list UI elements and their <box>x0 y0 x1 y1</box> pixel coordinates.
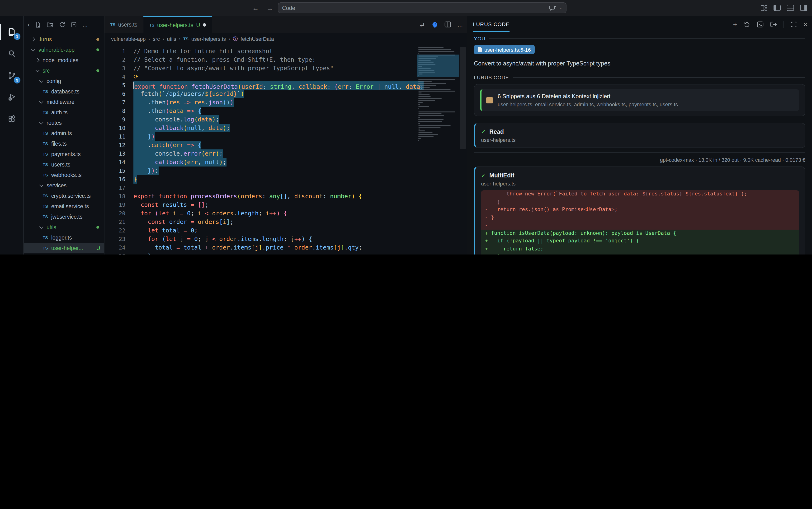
editor-tab-users.ts[interactable]: TSusers.ts <box>104 16 144 33</box>
editor-tab-user-helpers.ts[interactable]: TSuser-helpers.tsU <box>144 16 213 33</box>
close-panel-icon[interactable]: × <box>804 21 807 28</box>
open-changes-icon[interactable]: ⇄ <box>420 21 425 28</box>
read-tool-card[interactable]: ✓Read user-helpers.ts <box>474 123 805 148</box>
editor-more-actions-icon[interactable]: … <box>457 21 463 28</box>
more-actions-icon[interactable]: … <box>83 22 88 27</box>
code-line[interactable]: 20 for (let i = 0; i < orders.length; i+… <box>104 209 417 218</box>
new-folder-icon[interactable] <box>47 21 54 28</box>
toggle-secondary-sidebar-icon[interactable] <box>800 5 807 11</box>
code-viewport[interactable]: 1// Demo file for Inline Edit screenshot… <box>104 45 467 254</box>
tree-item-utils[interactable]: utils <box>24 222 104 232</box>
tree-item-config[interactable]: config <box>24 76 104 86</box>
extensions-view-icon[interactable] <box>0 108 23 130</box>
multiedit-file: user-helpers.ts <box>481 181 799 186</box>
tree-item-user-helper-[interactable]: TSuser-helper...U <box>24 243 104 253</box>
lurus-logo-icon[interactable] <box>431 21 438 28</box>
code-line[interactable]: 14 callback(err, null); <box>104 158 417 167</box>
ts-file-icon: TS <box>43 131 48 136</box>
collapse-chevron-icon[interactable]: ‹ <box>28 21 30 28</box>
breadcrumb-item[interactable]: utils <box>167 36 176 42</box>
chevron-down-icon[interactable]: ⌄ <box>559 6 562 10</box>
code-line[interactable]: 13 console.error(err); <box>104 149 417 158</box>
tree-item-src[interactable]: src <box>24 65 104 76</box>
code-line[interactable]: 19 const results = []; <box>104 201 417 209</box>
breadcrumb-item[interactable]: src <box>153 36 160 42</box>
split-editor-icon[interactable] <box>444 21 451 28</box>
code-line[interactable]: 12 .catch(err => { <box>104 141 417 149</box>
toggle-panel-icon[interactable] <box>787 5 794 11</box>
code-line[interactable]: 22 let total = 0; <box>104 226 417 235</box>
code-line[interactable]: 7 .then(res => res.json()) <box>104 98 417 107</box>
code-line[interactable]: 23 for (let j = 0; j < order.items.lengt… <box>104 235 417 243</box>
code-line[interactable]: 24 total = total + order.items[j].price … <box>104 243 417 252</box>
refresh-icon[interactable] <box>59 21 66 28</box>
tree-item-server-ts[interactable]: TSserver.ts <box>24 253 104 254</box>
tree-item-webhooks-ts[interactable]: TSwebhooks.ts <box>24 170 104 180</box>
chat-add-icon[interactable] <box>550 5 556 11</box>
command-center-search[interactable]: Code ⌄ <box>278 2 566 13</box>
tree-item-routes[interactable]: routes <box>24 117 104 128</box>
code-line[interactable]: 17 <box>104 183 417 192</box>
tree-item-crypto-service-ts[interactable]: TScrypto.service.ts <box>24 191 104 201</box>
line-number: 6 <box>104 90 133 98</box>
terminal-icon[interactable] <box>757 21 764 28</box>
tree-item-jwt-service-ts[interactable]: TSjwt.service.ts <box>24 211 104 222</box>
source-control-view-icon[interactable]: 9 <box>0 65 23 86</box>
breadcrumb-item[interactable]: vulnerable-app <box>111 36 146 42</box>
tree-item-logger-ts[interactable]: TSlogger.ts <box>24 232 104 243</box>
code-line[interactable]: 16} <box>104 175 417 183</box>
code-line[interactable]: 15 }); <box>104 167 417 175</box>
tree-item-admin-ts[interactable]: TSadmin.ts <box>24 128 104 138</box>
code-line[interactable]: 25 } <box>104 252 417 254</box>
tree-item-services[interactable]: services <box>24 180 104 191</box>
code-line[interactable]: 2// Select a function, press Cmd+Shift+E… <box>104 56 417 64</box>
breadcrumb-item[interactable]: user-helpers.ts <box>191 36 226 42</box>
tree-item-label: email.service.ts <box>51 204 89 209</box>
panel-tab-lurus-code[interactable]: LURUS CODE <box>473 17 509 32</box>
tree-item-vulnerable-app[interactable]: vulnerable-app <box>24 44 104 55</box>
breadcrumb[interactable]: vulnerable-app›src›utils›TSuser-helpers.… <box>104 33 467 45</box>
code-line[interactable]: 1// Demo file for Inline Edit screenshot <box>104 47 417 56</box>
tree-item-database-ts[interactable]: TSdatabase.ts <box>24 86 104 97</box>
forward-icon[interactable]: → <box>267 4 273 12</box>
tree-item-users-ts[interactable]: TSusers.ts <box>24 159 104 170</box>
code-line[interactable]: 21 const order = orders[i]; <box>104 218 417 226</box>
selection-highlight: export function fetchUserData(userId: st… <box>133 81 424 90</box>
toggle-primary-sidebar-icon[interactable] <box>774 5 781 11</box>
code-line[interactable]: 10 callback(null, data); <box>104 124 417 132</box>
tree-item-email-service-ts[interactable]: TSemail.service.ts <box>24 201 104 211</box>
context-chip[interactable]: user-helpers.ts:5-16 <box>474 45 535 54</box>
code-line[interactable]: 4⟳ <box>104 73 417 81</box>
customize-layout-icon[interactable] <box>761 5 768 11</box>
modified-dot-icon[interactable] <box>203 23 206 27</box>
minimap[interactable] <box>418 47 457 144</box>
tree-item-middleware[interactable]: middleware <box>24 97 104 107</box>
tree-item-node-modules[interactable]: node_modules <box>24 55 104 65</box>
back-icon[interactable]: ← <box>252 4 259 12</box>
run-debug-view-icon[interactable] <box>0 86 23 108</box>
breadcrumb-item[interactable]: fetchUserData <box>241 36 274 42</box>
vertical-scrollbar[interactable] <box>460 47 466 149</box>
tree-item-payments-ts[interactable]: TSpayments.ts <box>24 149 104 159</box>
export-icon[interactable] <box>771 21 777 28</box>
code-line[interactable]: 8 .then(data => { <box>104 107 417 115</box>
new-chat-icon[interactable]: + <box>733 21 737 29</box>
tree-item--lurus[interactable]: .lurus <box>24 34 104 44</box>
collapse-all-icon[interactable] <box>71 21 77 28</box>
code-line[interactable]: 6 fetch(`/api/users/${userId}`) <box>104 90 417 98</box>
explorer-view-icon[interactable]: 1 <box>0 21 23 43</box>
search-view-icon[interactable] <box>0 43 23 65</box>
ts-file-icon: TS <box>43 89 48 94</box>
code-line[interactable]: 3// "Convert to async/await with proper … <box>104 64 417 73</box>
maximize-icon[interactable] <box>791 21 797 28</box>
tree-item-auth-ts[interactable]: TSauth.ts <box>24 107 104 117</box>
history-icon[interactable] <box>744 21 750 28</box>
code-line[interactable]: 9 console.log(data); <box>104 115 417 124</box>
code-line[interactable]: 11 }) <box>104 132 417 141</box>
code-line[interactable]: 5export function fetchUserData(userId: s… <box>104 81 417 90</box>
tree-item-files-ts[interactable]: TSfiles.ts <box>24 138 104 149</box>
new-file-icon[interactable] <box>35 21 41 28</box>
explorer-sidebar: ‹ … .lurusvulnerable-appnode_modulessrcc… <box>24 16 104 254</box>
modified-dot <box>96 69 99 72</box>
code-line[interactable]: 18export function processOrders(orders: … <box>104 192 417 201</box>
